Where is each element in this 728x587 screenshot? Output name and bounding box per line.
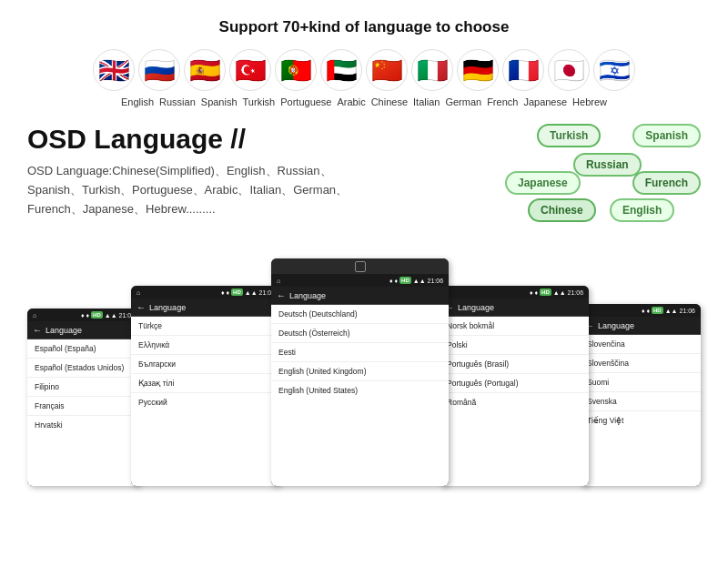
bubble-russian: Russian: [573, 153, 642, 177]
lang-item[interactable]: Filipino: [27, 378, 140, 397]
osd-title: OSD Language //: [27, 124, 500, 155]
nav-title-2: Language: [149, 303, 186, 312]
nav-bar-2: ← Language: [131, 299, 280, 317]
back-button-1[interactable]: ←: [33, 325, 42, 335]
flag-french: 🇫🇷: [502, 49, 544, 91]
nav-bar-5: ← Language: [580, 317, 701, 335]
lang-list-3: Deutsch (Deutschland) Deutsch (Österreic…: [271, 305, 449, 486]
lang-item[interactable]: Français: [27, 397, 140, 416]
lang-item[interactable]: Eesti: [271, 343, 449, 362]
label-hebrew: Hebrew: [572, 96, 607, 107]
bubble-english: English: [610, 198, 674, 222]
label-spanish: Spanish: [201, 96, 238, 107]
label-russian: Russian: [159, 96, 196, 107]
nav-title-3: Language: [289, 291, 326, 300]
label-chinese: Chinese: [371, 96, 408, 107]
lang-item[interactable]: Português (Portugal): [440, 374, 589, 393]
lang-item[interactable]: English (United Kingdom): [271, 362, 449, 381]
flags-row: 🇬🇧 🇷🇺 🇪🇸 🇹🇷 🇵🇹 🇦🇪 🇨🇳 🇮🇹 🇩🇪 🇫🇷 🇯🇵 🇮🇱: [27, 49, 701, 91]
bubble-turkish: Turkish: [537, 124, 601, 147]
label-german: German: [445, 96, 481, 107]
lang-item[interactable]: Svenska: [580, 392, 701, 411]
nav-title-1: Language: [46, 326, 82, 335]
lang-item[interactable]: Slovenčina: [580, 335, 701, 354]
lang-item[interactable]: Қазақ тілі: [131, 374, 280, 393]
header-title: Support 70+kind of language to choose: [27, 18, 701, 36]
lang-item[interactable]: Български: [131, 355, 280, 374]
lang-list-5: Slovenčina Slovenščina Suomi Svenska Tiế…: [580, 335, 701, 486]
bubble-furench: Furench: [632, 171, 701, 195]
status-bar-4: ⌂ ♦ ♦ HD ▲▲ 21:06: [440, 286, 589, 299]
lang-item[interactable]: Română: [440, 393, 589, 411]
main-container: Support 70+kind of language to choose 🇬🇧…: [0, 0, 728, 587]
lang-item[interactable]: Español (Estados Unidos): [27, 359, 140, 378]
label-turkish: Turkish: [243, 96, 276, 107]
status-bar-1: ⌂ ♦ ♦ HD ▲▲ 21:06: [27, 309, 140, 321]
flag-italian: 🇮🇹: [411, 49, 453, 91]
lang-item[interactable]: Türkçe: [131, 317, 280, 336]
lang-item[interactable]: English (United States): [271, 381, 449, 400]
lang-item[interactable]: Norsk bokmål: [440, 317, 589, 336]
lang-item[interactable]: Русский: [131, 393, 280, 411]
screens-row: ⌂ ♦ ♦ HD ▲▲ 21:06 ← Language Español (Es…: [27, 258, 701, 486]
nav-bar-3: ← Language: [271, 287, 449, 305]
bubble-spanish: Spanish: [632, 124, 701, 147]
flag-german: 🇩🇪: [457, 49, 499, 91]
osd-description: OSD Language:Chinese(Simplified)、English…: [27, 162, 373, 218]
nav-bar-1: ← Language: [27, 321, 140, 339]
flag-chinese: 🇨🇳: [366, 49, 408, 91]
bubble-chinese: Chinese: [528, 198, 596, 222]
lang-item[interactable]: Português (Brasil): [440, 355, 589, 374]
status-bar-5: ⌂ ♦ ♦ HD ▲▲ 21:06: [580, 304, 701, 317]
lang-list-2: Türkçe Ελληνικά Български Қазақ тілі Рус…: [131, 317, 280, 486]
lang-item[interactable]: Español (España): [27, 339, 140, 359]
phone-screen-1: ⌂ ♦ ♦ HD ▲▲ 21:06 ← Language Español (Es…: [27, 309, 140, 486]
lang-item[interactable]: Hrvatski: [27, 416, 140, 434]
lang-item[interactable]: Suomi: [580, 373, 701, 392]
nav-title-4: Language: [458, 303, 494, 312]
label-portuguese: Portuguese: [280, 96, 331, 107]
osd-left: OSD Language // OSD Language:Chinese(Sim…: [27, 124, 500, 218]
nav-bar-4: ← Language: [440, 299, 589, 317]
phone-screen-3: ⌂ ♦ ♦ HD ▲▲ 21:06 ← Language Deutsch (De…: [271, 258, 449, 486]
flag-turkish: 🇹🇷: [229, 49, 271, 91]
lang-item[interactable]: Slovenščina: [580, 354, 701, 373]
lang-list-1: Español (España) Español (Estados Unidos…: [27, 339, 140, 486]
lang-list-4: Norsk bokmål Polski Português (Brasil) P…: [440, 317, 589, 486]
label-japanese: Japanese: [523, 96, 567, 107]
status-bar-3: ⌂ ♦ ♦ HD ▲▲ 21:06: [271, 274, 449, 287]
flag-spanish: 🇪🇸: [184, 49, 226, 91]
lang-item[interactable]: Polski: [440, 336, 589, 355]
lang-item[interactable]: Tiếng Việt: [580, 411, 701, 430]
lang-labels: English Russian Spanish Turkish Portugue…: [27, 96, 701, 107]
back-button-2[interactable]: ←: [136, 302, 146, 312]
phone-screen-5: ⌂ ♦ ♦ HD ▲▲ 21:06 ← Language Slovenčina …: [580, 304, 701, 486]
flag-russian: 🇷🇺: [138, 49, 180, 91]
bubbles-container: Turkish Spanish Russian Japanese Furench…: [500, 124, 701, 242]
label-italian: Italian: [413, 96, 440, 107]
osd-section: OSD Language // OSD Language:Chinese(Sim…: [27, 124, 701, 242]
home-icon-3: [355, 261, 366, 272]
flag-portuguese: 🇵🇹: [275, 49, 317, 91]
flag-japanese: 🇯🇵: [548, 49, 590, 91]
phone-screen-4: ⌂ ♦ ♦ HD ▲▲ 21:06 ← Language Norsk bokmå…: [440, 286, 589, 486]
home-indicator-3: [271, 258, 449, 274]
lang-item[interactable]: Ελληνικά: [131, 336, 280, 355]
lang-item[interactable]: Deutsch (Österreich): [271, 324, 449, 343]
bubble-japanese: Japanese: [505, 171, 581, 195]
flag-hebrew: 🇮🇱: [593, 49, 635, 91]
nav-title-5: Language: [598, 321, 634, 330]
label-arabic: Arabic: [337, 96, 365, 107]
phone-screen-2: ⌂ ♦ ♦ HD ▲▲ 21:06 ← Language Türkçe Ελλη…: [131, 286, 280, 486]
lang-item[interactable]: Deutsch (Deutschland): [271, 305, 449, 324]
flag-english: 🇬🇧: [93, 49, 135, 91]
status-bar-2: ⌂ ♦ ♦ HD ▲▲ 21:06: [131, 286, 280, 299]
flag-arabic: 🇦🇪: [320, 49, 362, 91]
label-french: French: [487, 96, 518, 107]
back-button-3[interactable]: ←: [277, 290, 286, 300]
label-english: English: [121, 96, 154, 107]
